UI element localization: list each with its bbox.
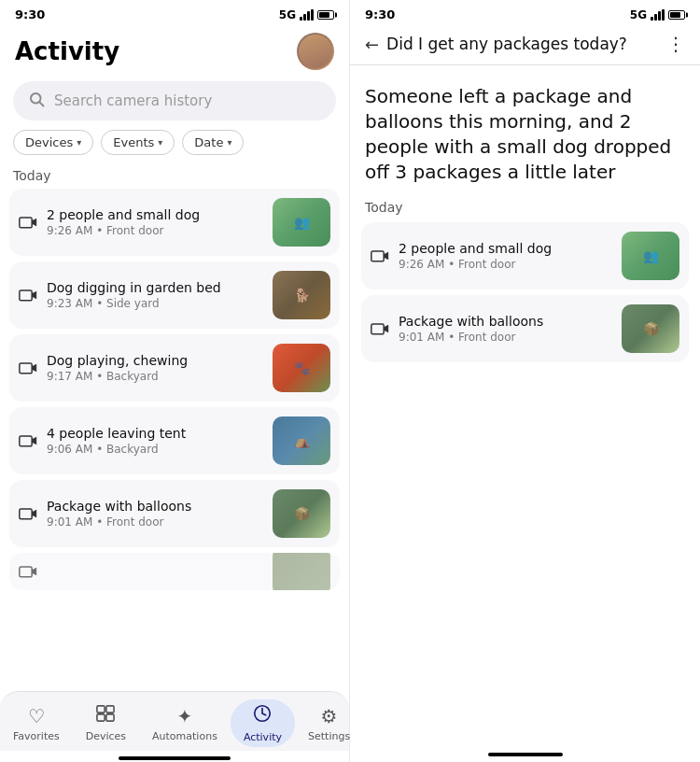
svg-rect-19	[371, 251, 384, 261]
svg-marker-13	[32, 568, 36, 575]
activity-info: Package with balloons 9:01 AM • Front do…	[399, 314, 612, 344]
right-activity-list: 2 people and small dog 9:26 AM • Front d…	[350, 222, 700, 362]
svg-rect-15	[106, 706, 114, 713]
status-bar-right: 9:30 5G	[350, 0, 700, 25]
automations-icon: ✦	[177, 705, 193, 727]
right-header: ← Did I get any packages today? ⋮	[350, 25, 700, 64]
section-today-left: Today	[0, 164, 349, 189]
filter-date[interactable]: Date ▾	[182, 130, 244, 155]
bottom-nav: ♡ Favorites Devices ✦ Automations	[0, 691, 349, 751]
camera-icon	[371, 321, 389, 336]
camera-icon	[19, 288, 37, 303]
svg-rect-14	[97, 706, 105, 713]
section-today-right: Today	[350, 198, 700, 222]
svg-rect-2	[20, 218, 32, 228]
settings-icon: ⚙	[321, 705, 338, 727]
activity-thumbnail: 📦	[622, 304, 679, 353]
list-item[interactable]: Package with balloons 9:01 AM • Front do…	[361, 295, 689, 362]
signal-bars-right	[651, 9, 665, 21]
svg-rect-8	[20, 436, 32, 446]
svg-rect-16	[97, 714, 105, 721]
sidebar-item-activity[interactable]: Activity	[231, 699, 295, 747]
camera-icon	[19, 433, 37, 448]
svg-line-1	[39, 102, 43, 106]
sidebar-item-settings[interactable]: ⚙ Settings	[295, 701, 363, 746]
status-icons-right: 5G	[630, 8, 685, 21]
right-panel: 9:30 5G ← Did I get any packages today? …	[350, 0, 700, 762]
activity-icon	[252, 703, 273, 728]
activity-info	[47, 571, 263, 572]
svg-marker-9	[32, 437, 36, 444]
svg-marker-5	[32, 291, 36, 299]
status-icons-left: 5G	[279, 8, 334, 21]
signal-label-right: 5G	[630, 8, 647, 21]
activity-info: Dog digging in garden bed 9:23 AM • Side…	[47, 280, 263, 310]
chevron-down-icon: ▾	[77, 137, 81, 148]
more-options-icon[interactable]: ⋮	[666, 33, 685, 55]
camera-icon	[19, 564, 37, 579]
heart-icon: ♡	[28, 705, 45, 727]
left-header: Activity	[0, 25, 349, 78]
sidebar-item-devices[interactable]: Devices	[73, 700, 139, 746]
chevron-down-icon: ▾	[227, 137, 231, 148]
home-indicator-right	[488, 753, 563, 756]
list-item[interactable]: Package with balloons 9:01 AM • Front do…	[9, 480, 340, 547]
home-indicator	[119, 756, 231, 760]
query-title: Did I get any packages today?	[386, 35, 627, 53]
status-bar-left: 9:30 5G	[0, 0, 349, 25]
filter-devices[interactable]: Devices ▾	[13, 130, 93, 155]
time-right: 9:30	[365, 7, 395, 21]
search-icon	[28, 91, 45, 111]
activity-info: Package with balloons 9:01 AM • Front do…	[47, 499, 263, 529]
response-text: Someone left a package and balloons this…	[350, 65, 700, 198]
activity-thumbnail: 🐕	[273, 271, 330, 319]
svg-rect-17	[106, 714, 114, 721]
svg-rect-4	[20, 290, 32, 301]
camera-icon	[19, 506, 37, 521]
activity-thumbnail: 🐾	[273, 344, 330, 392]
list-item[interactable]: 2 people and small dog 9:26 AM • Front d…	[361, 222, 689, 289]
svg-rect-6	[20, 363, 32, 374]
svg-marker-11	[32, 510, 36, 517]
svg-rect-21	[371, 324, 384, 334]
activity-info: Dog playing, chewing 9:17 AM • Backyard	[47, 353, 263, 383]
filter-events[interactable]: Events ▾	[101, 130, 175, 155]
activity-thumbnail	[273, 553, 330, 590]
activity-list-left: 2 people and small dog 9:26 AM • Front d…	[0, 189, 349, 691]
activity-thumbnail: 📦	[273, 489, 330, 538]
time-left: 9:30	[15, 7, 45, 21]
activity-thumbnail: ⛺	[273, 416, 330, 465]
camera-icon	[19, 360, 37, 375]
sidebar-item-favorites[interactable]: ♡ Favorites	[0, 701, 73, 746]
list-item[interactable]	[9, 553, 340, 590]
devices-icon	[95, 704, 116, 727]
svg-rect-10	[20, 509, 32, 519]
activity-thumbnail: 👥	[273, 198, 330, 247]
back-arrow-icon[interactable]: ←	[365, 35, 379, 54]
list-item[interactable]: Dog playing, chewing 9:17 AM • Backyard …	[9, 334, 340, 402]
list-item[interactable]: 2 people and small dog 9:26 AM • Front d…	[9, 189, 340, 256]
signal-bars-left	[300, 9, 314, 21]
activity-info: 2 people and small dog 9:26 AM • Front d…	[399, 241, 612, 271]
camera-icon	[19, 215, 37, 230]
sidebar-item-automations[interactable]: ✦ Automations	[139, 701, 231, 746]
filter-row: Devices ▾ Events ▾ Date ▾	[0, 130, 349, 164]
activity-info: 4 people leaving tent 9:06 AM • Backyard	[47, 426, 263, 456]
activity-info: 2 people and small dog 9:26 AM • Front d…	[47, 207, 263, 237]
battery-right	[668, 10, 685, 20]
svg-rect-12	[20, 567, 32, 577]
search-bar[interactable]: Search camera history	[13, 81, 336, 120]
battery-left	[317, 10, 334, 20]
left-panel: 9:30 5G Activity Search	[0, 0, 350, 762]
list-item[interactable]: Dog digging in garden bed 9:23 AM • Side…	[9, 261, 340, 329]
camera-icon	[371, 248, 389, 263]
search-placeholder: Search camera history	[54, 92, 212, 109]
avatar[interactable]	[297, 33, 334, 70]
chevron-down-icon: ▾	[158, 137, 162, 148]
signal-label-left: 5G	[279, 8, 296, 21]
svg-marker-7	[32, 364, 36, 372]
svg-marker-3	[32, 219, 36, 226]
activity-thumbnail: 👥	[622, 232, 679, 280]
page-title: Activity	[15, 37, 119, 65]
list-item[interactable]: 4 people leaving tent 9:06 AM • Backyard…	[9, 407, 340, 474]
